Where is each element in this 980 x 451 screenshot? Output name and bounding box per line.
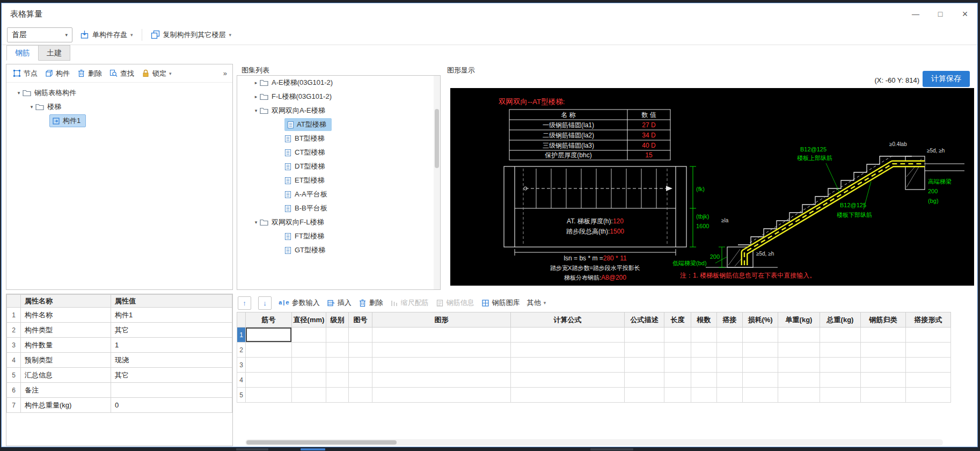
cell[interactable] [861,358,906,373]
chevron-expanded-icon[interactable]: ▾ [252,220,260,225]
cell[interactable] [664,328,691,343]
cell[interactable] [246,343,292,358]
cell[interactable] [820,388,861,403]
cell[interactable] [349,358,372,373]
atlas-doc-item[interactable]: GT型楼梯 [237,243,440,257]
copy-to-floors-button[interactable]: 复制构件到其它楼层 ▾ [145,27,237,43]
selected-cell[interactable] [246,328,292,343]
atlas-doc-item[interactable]: CT型楼梯 [237,146,440,159]
save-single-component-button[interactable]: 单构件存盘 ▾ [75,27,138,43]
selected-tree-item[interactable]: 构件1 [49,114,86,127]
tab-civil[interactable]: 土建 [39,45,70,61]
floor-select[interactable]: 首层 ▾ [7,27,72,42]
cell[interactable] [691,388,717,403]
cell[interactable] [906,358,951,373]
property-value[interactable] [111,383,232,398]
atlas-folder-item[interactable]: ▾ 双网双向A-E楼梯 [237,104,440,118]
scale-rebar-button[interactable]: 缩尺配筋 [390,298,429,308]
property-value[interactable]: 构件1 [111,308,232,323]
row-number[interactable]: 2 [237,343,246,358]
property-value[interactable]: 其它 [111,368,232,383]
cell[interactable] [292,388,326,403]
cell[interactable] [691,343,717,358]
atlas-doc-item[interactable]: DT型楼梯 [237,159,440,173]
cell[interactable] [625,343,664,358]
horizontal-scrollbar[interactable] [245,439,943,446]
cell[interactable] [511,328,625,343]
chevron-expanded-icon[interactable]: ▾ [252,108,260,113]
cell[interactable] [372,388,511,403]
cell[interactable] [664,388,691,403]
cell[interactable] [717,343,743,358]
cell[interactable] [664,373,691,388]
cell[interactable] [861,328,906,343]
chevron-expanded-icon[interactable]: ▾ [28,104,35,110]
atlas-doc-item[interactable]: B-B平台板 [237,201,440,215]
cell[interactable] [625,328,664,343]
atlas-vertical-scrollbar[interactable] [434,76,440,289]
property-value[interactable]: 1 [111,338,232,353]
cell[interactable] [691,328,717,343]
cell[interactable] [625,388,664,403]
tab-rebar[interactable]: 钢筋 [6,45,39,61]
cell[interactable] [691,358,717,373]
cell[interactable] [778,328,820,343]
cell[interactable] [246,373,292,388]
cell[interactable] [292,343,326,358]
atlas-doc-item[interactable]: FT型楼梯 [237,229,440,243]
other-button[interactable]: 其他 ▾ [527,298,546,308]
cell[interactable] [820,343,861,358]
cell[interactable] [292,328,326,343]
cell[interactable] [349,388,372,403]
property-value[interactable]: 现浇 [111,353,232,368]
cell[interactable] [664,358,691,373]
cell[interactable] [820,328,861,343]
cell[interactable] [372,343,511,358]
row-number[interactable]: 4 [237,373,246,388]
cell[interactable] [625,358,664,373]
cell[interactable] [743,373,778,388]
component-button[interactable]: 构件 [42,67,73,81]
cell[interactable] [906,343,951,358]
property-value[interactable]: 其它 [111,323,232,338]
delete-button[interactable]: 删除 [74,67,105,81]
chevron-collapsed-icon[interactable]: ▸ [252,94,260,99]
cell[interactable] [292,358,326,373]
cell[interactable] [372,358,511,373]
move-down-button[interactable]: ↓ [258,296,272,310]
cad-canvas[interactable]: 双网双向--AT型楼梯: 名 称 数 值 一级钢筋锚固(la1) 27 D 二级… [450,88,974,286]
tree-item-stairs[interactable]: ▾ 楼梯 [6,100,232,114]
cell[interactable] [717,388,743,403]
cell[interactable] [906,373,951,388]
cell[interactable] [349,343,372,358]
chevron-expanded-icon[interactable]: ▾ [15,90,23,96]
cell[interactable] [511,358,625,373]
cell[interactable] [326,328,349,343]
atlas-doc-item[interactable]: BT型楼梯 [237,132,440,146]
maximize-button[interactable]: □ [928,3,953,25]
scrollbar-thumb[interactable] [246,440,397,445]
atlas-folder-item[interactable]: ▸ F-L楼梯(03G101-2) [237,90,440,104]
atlas-folder-item[interactable]: ▾ 双网双向F-L楼梯 [237,215,440,229]
cell[interactable] [326,358,349,373]
row-number[interactable]: 5 [237,388,246,403]
cell[interactable] [326,373,349,388]
cell[interactable] [743,388,778,403]
cell[interactable] [778,373,820,388]
cell[interactable] [349,328,372,343]
param-input-button[interactable]: a|e 参数输入 [279,298,320,308]
cell[interactable] [326,388,349,403]
cell[interactable] [861,388,906,403]
cell[interactable] [246,358,292,373]
property-value[interactable]: 0 [111,398,232,413]
minimize-button[interactable]: — [903,3,928,25]
cell[interactable] [246,388,292,403]
cell[interactable] [778,358,820,373]
close-button[interactable]: × [953,3,977,25]
atlas-doc-item[interactable]: ET型楼梯 [237,173,440,187]
row-number[interactable]: 1 [237,328,246,343]
rebar-gallery-button[interactable]: 钢筋图库 [481,298,520,308]
node-button[interactable]: 节点 [10,67,41,81]
tree-item-root[interactable]: ▾ 钢筋表格构件 [6,86,232,100]
cell[interactable] [820,358,861,373]
